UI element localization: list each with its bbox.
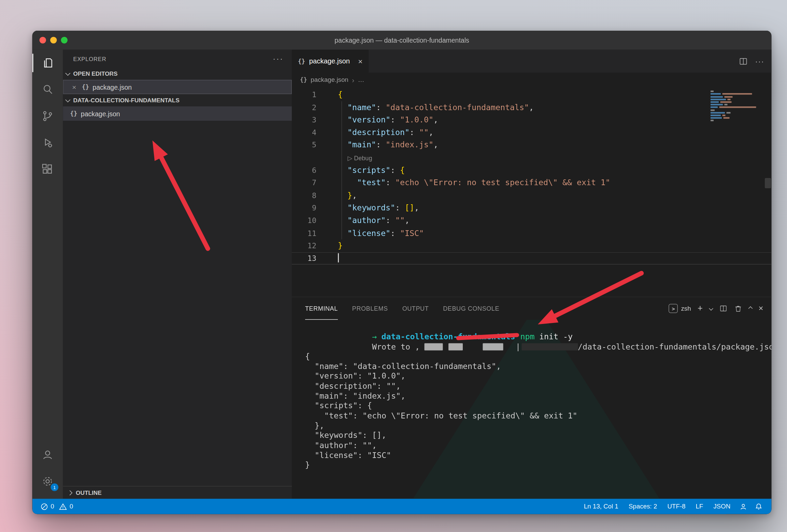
code-line[interactable]: 4 "description": "", [292,126,772,139]
shell-selector[interactable]: > zsh [669,304,691,313]
kill-terminal-trash-icon[interactable] [734,305,742,313]
line-number: 4 [292,126,328,139]
terminal-output-line: "name": "data-collection-fundamentals", [305,362,772,372]
line-number: 3 [292,114,328,126]
code-line[interactable]: 6 "scripts": { [292,164,772,177]
terminal-output-line: "main": "index.js", [305,391,772,401]
line-number: 11 [292,227,328,239]
minimap[interactable] [708,90,764,121]
status-bar: 0 0 Ln 13, Col 1 Spaces: 2 UTF-8 LF JSON [32,499,772,514]
code-line[interactable]: 8 }, [292,189,772,202]
code-line[interactable]: 11 "license": "ISC" [292,227,772,239]
json-file-icon: {} [300,76,307,84]
editor-cursor [338,253,339,262]
code-line[interactable]: 9 "keywords": [], [292,202,772,215]
eol-status[interactable]: LF [692,499,707,514]
code-line[interactable]: 13 [292,252,772,265]
tab-package-json[interactable]: {} package.json × [292,50,369,73]
debug-codelens[interactable]: ▷ Debug [348,154,372,162]
maximize-panel-icon[interactable] [748,306,753,311]
extensions-icon[interactable] [32,156,63,183]
errors-icon [41,503,48,511]
terminal-prompt-line[interactable]: →data-collection-fundamentals [305,490,772,499]
close-editor-icon[interactable]: × [70,83,78,91]
code-line[interactable]: 3 "version": "1.0.0", [292,114,772,126]
line-content: "author": "", [328,214,410,227]
accounts-icon[interactable] [32,442,63,468]
tab-label: package.json [309,57,350,65]
errors-count: 0 [51,503,54,510]
outline-section-header[interactable]: OUTLINE [63,486,292,499]
line-number: 6 [292,164,328,177]
warnings-count: 0 [70,503,73,510]
folder-section-header[interactable]: DATA-COLLECTION-FUNDAMENTALS [63,94,292,106]
terminal-dropdown-icon[interactable] [709,306,713,311]
desktop: package.json — data-collection-fundament… [0,0,787,532]
line-content: "version": "1.0.0", [328,114,438,126]
terminal-icon: > [669,304,678,313]
settings-gear-icon[interactable]: 0 1 [32,468,63,495]
line-number: 8 [292,189,328,202]
terminal-command-line: →data-collection-fundamentalsnpminit -y [305,322,772,332]
code-line[interactable]: 7 "test": "echo \"Error: no test specifi… [292,177,772,189]
breadcrumb[interactable]: {} package.json › … [292,73,772,87]
language-mode-status[interactable]: JSON [709,499,734,514]
explorer-more-actions-icon[interactable]: ··· [273,54,284,63]
line-content: "main": "index.js", [328,139,438,151]
code-line[interactable]: 5 "main": "index.js", [292,139,772,151]
tab-terminal[interactable]: TERMINAL [305,297,338,320]
explorer-icon[interactable] [32,50,63,76]
terminal-output-line: "keywords": [], [305,431,772,441]
terminal-output-line: } [305,460,772,470]
new-terminal-icon[interactable]: + [698,304,703,314]
code-line[interactable]: 2 "name": "data-collection-fundamentals"… [292,101,772,114]
tab-problems[interactable]: PROBLEMS [352,297,388,320]
breadcrumb-file[interactable]: package.json [311,76,348,84]
file-item-package-json[interactable]: {} package.json [63,106,292,121]
split-terminal-icon[interactable] [719,305,727,313]
search-icon[interactable] [32,76,63,103]
code-line[interactable]: 12} [292,239,772,252]
close-panel-icon[interactable]: × [758,304,763,313]
title-bar: package.json — data-collection-fundament… [32,31,772,50]
encoding-status[interactable]: UTF-8 [663,499,689,514]
line-content: "scripts": { [328,164,405,177]
breadcrumb-more[interactable]: … [358,76,364,84]
close-tab-icon[interactable]: × [358,57,362,66]
open-editors-header[interactable]: OPEN EDITORS [63,68,292,80]
terminal-wrote-line: Wrote to , |/data-collection-fundamental… [305,332,772,342]
run-debug-icon[interactable] [32,130,63,156]
open-editor-item-package-json[interactable]: × {} package.json [63,80,292,94]
open-editor-file-name: package.json [92,83,132,91]
line-content: ▷ Debug [328,151,372,164]
line-number: 13 [292,252,328,265]
code-line[interactable]: 1{ [292,89,772,101]
editor-group: {} package.json × ··· {} package.json › … [292,50,772,499]
feedback-icon[interactable] [737,499,750,514]
problems-status[interactable]: 0 0 [39,499,75,514]
tab-output[interactable]: OUTPUT [402,297,429,320]
open-editors-label: OPEN EDITORS [73,71,118,77]
chevron-down-icon [65,97,70,102]
editor-scrollbar[interactable] [765,178,771,188]
terminal-content[interactable]: →data-collection-fundamentalsnpminit -y … [292,320,772,499]
source-control-icon[interactable] [32,103,63,130]
code-line[interactable]: 10 "author": "", [292,214,772,227]
line-number: 10 [292,214,328,227]
cursor-position-status[interactable]: Ln 13, Col 1 [580,499,623,514]
line-content: "description": "", [328,126,433,139]
code-editor[interactable]: 1{2 "name": "data-collection-fundamental… [292,87,772,297]
folder-name-label: DATA-COLLECTION-FUNDAMENTALS [73,97,180,103]
line-number [292,151,328,164]
vscode-window: package.json — data-collection-fundament… [32,31,772,514]
editor-more-actions-icon[interactable]: ··· [755,57,764,66]
chevron-right-icon [67,490,72,495]
tab-debug-console[interactable]: DEBUG CONSOLE [443,297,499,320]
settings-notification-badge: 1 [51,484,59,491]
terminal-output-line: { [305,352,772,362]
window-title: package.json — data-collection-fundament… [32,36,772,44]
codelens-line[interactable]: ▷ Debug [292,151,772,164]
split-editor-icon[interactable] [739,57,748,66]
notifications-bell-icon[interactable] [752,499,765,514]
indentation-status[interactable]: Spaces: 2 [625,499,661,514]
